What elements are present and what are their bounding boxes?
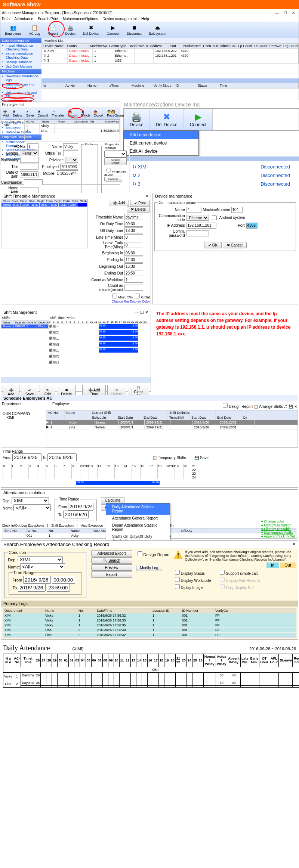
- big-tools-panel: Maintenance/Options Device ma 🖨️Device✖D…: [123, 101, 299, 190]
- shift-mgmt-window: Shift Management — ☐ ✕ Shifts NameBeginn…: [1, 309, 151, 392]
- emp-tool[interactable]: 〰 Transfer: [51, 109, 65, 118]
- calculate-btn[interactable]: Calculate: [101, 497, 125, 503]
- window-title: Attendance Management Program - [Temp-Su…: [2, 11, 112, 15]
- Employees-button[interactable]: 👥Employees: [2, 23, 25, 36]
- panel-hdr-1: Data Maintenance: [0, 38, 41, 43]
- menu-Data[interactable]: Data: [2, 17, 10, 21]
- emp-list-window: EmployeeList ➕ Add✖ Delete✔ Save✖ Cancel…: [0, 102, 120, 185]
- device-grid: Device NameStatusMachineNo.Comm.typeBaud…: [41, 43, 299, 63]
- divider: [41, 78, 299, 83]
- tool-bar: 👥Employees📋AC Log📄Report🖨️Device✖Del Dev…: [0, 22, 299, 38]
- side-item[interactable]: Download attendance logs: [0, 74, 41, 82]
- lower-grid: IdAc-NoNamesTimeMachineVerify ModeIDStat…: [41, 83, 299, 89]
- side-item[interactable]: Import Attendance Checking Data: [0, 43, 41, 52]
- calc-window: Attendance calculation Dep.:XIMI Name:<A…: [1, 489, 298, 539]
- calc-sidelink[interactable]: ● Change color: [261, 520, 295, 523]
- menu-Help[interactable]: Help: [141, 17, 149, 21]
- report-menu-item[interactable]: Daily Attendance Statistic Report: [106, 503, 170, 515]
- search-btn[interactable]: 🔍 Search: [91, 557, 132, 564]
- Del Device-big-button[interactable]: ✖Del Device: [150, 109, 184, 130]
- calc-sidelink[interactable]: ● Maintenance AL/BL: [261, 531, 295, 534]
- delete-btn[interactable]: ✖ Delete: [127, 206, 150, 213]
- post-btn[interactable]: ✔ Post: [130, 200, 150, 206]
- calc-sidelink[interactable]: ● Append Clock In/Out: [261, 534, 295, 538]
- max-icon[interactable]: ☐: [281, 11, 289, 15]
- name-input[interactable]: [63, 143, 78, 149]
- add-btn[interactable]: ➕ Add: [109, 200, 129, 206]
- highlight-import: [68, 108, 84, 118]
- calc-tab[interactable]: Shift Exception: [51, 524, 74, 527]
- menu-Attendance[interactable]: Attendance: [14, 17, 33, 21]
- side-item[interactable]: Usb Disk Manage: [0, 64, 41, 69]
- min-icon[interactable]: —: [135, 310, 139, 314]
- highlight-device: [48, 21, 65, 37]
- schedule-window: Schedule Employee's AC Department: Emplo…: [1, 395, 298, 488]
- emp-title: EmployeeList: [2, 103, 24, 107]
- edit-all-menu[interactable]: Edit All device: [124, 147, 198, 155]
- emp-tool[interactable]: 👨‍👩 FaceGroup: [106, 109, 125, 118]
- cancel-button[interactable]: ✖ Cancel: [223, 242, 247, 248]
- ok-button[interactable]: ✔ OK: [204, 242, 222, 248]
- report-menu-item[interactable]: Depart Attendance Statistic Report: [106, 522, 170, 533]
- side-item[interactable]: Export Attendance Checking Data: [0, 52, 41, 60]
- acno-input[interactable]: [27, 143, 38, 149]
- calc-tab[interactable]: Misc Exception: [80, 524, 103, 527]
- main-window: Attendance Management Program - [Temp-Su…: [0, 10, 299, 100]
- calc-sidelink[interactable]: ● Filter by exception: [261, 523, 295, 527]
- dept-tree[interactable]: OUR COMPANYXIMI: [1, 410, 46, 447]
- gender-select[interactable]: Female: [20, 150, 38, 156]
- Exit system-button[interactable]: ⏏Exit system: [146, 23, 169, 36]
- dev-maint-window: Device maintenance Communication param N…: [152, 193, 298, 304]
- Device-big-button[interactable]: 🖨️Device: [124, 109, 150, 130]
- banner: Software Show: [0, 0, 299, 9]
- panel-hdr-2: Machine: [0, 69, 41, 74]
- ip-note: The IP address must the same as your dev…: [152, 307, 299, 393]
- highlight-employee: [2, 83, 24, 89]
- Del Device-button[interactable]: ✖Del Device: [80, 23, 102, 36]
- title-bar: Attendance Management Program - [Temp-Su…: [0, 10, 299, 16]
- max-icon[interactable]: ☐: [140, 310, 144, 314]
- Device-button[interactable]: 🖨️Device: [62, 23, 79, 36]
- menu-bar[interactable]: DataAttendanceSearch/PrintMaintenance/Op…: [0, 16, 299, 22]
- menu-Search/Print[interactable]: Search/Print: [38, 17, 58, 21]
- report-section: Daily Attendance (XIMI) 2016-09-26 ~ 201…: [0, 641, 299, 692]
- close-icon[interactable]: ✕: [290, 11, 297, 15]
- edit-device-menu[interactable]: Edit current device: [124, 139, 198, 147]
- adv-export-btn[interactable]: Advanced Export: [91, 550, 132, 557]
- Connect-button[interactable]: ▶Connect: [104, 23, 123, 36]
- connect-btn[interactable]: Connect: [104, 177, 122, 182]
- emp-tool[interactable]: ✖ Delete: [12, 109, 24, 118]
- emp-tool[interactable]: ➕ Add: [2, 109, 10, 118]
- emp-tool[interactable]: ✖ Cancel: [37, 109, 49, 118]
- emp-tool[interactable]: ✔ Save: [25, 109, 35, 118]
- menu-Maintenance/Options[interactable]: Maintenance/Options: [63, 17, 98, 21]
- emp-tool[interactable]: 📤 Export: [92, 109, 104, 118]
- calc-tab[interactable]: Clock In/Out Log Exceptions: [2, 524, 44, 527]
- AC Log-button[interactable]: 📋AC Log: [26, 23, 43, 36]
- search-window: Search Employee's Attendance Checking Re…: [1, 540, 298, 640]
- connect-device-btn[interactable]: Connect Device: [104, 158, 127, 165]
- calc-sidelink[interactable]: ● Filter by timetable: [261, 527, 295, 531]
- menu-Device management[interactable]: Device management: [102, 17, 137, 21]
- shift-tt-window: Shift Timetable Maintenance✕ Timetable N…: [1, 193, 151, 304]
- close-icon[interactable]: ✕: [145, 194, 148, 199]
- tab-machine-list[interactable]: Machine List: [41, 38, 299, 43]
- Connect-big-button[interactable]: ▶Connect: [184, 109, 213, 130]
- export-btn[interactable]: Export: [91, 571, 132, 578]
- close-icon[interactable]: ✕: [292, 542, 296, 546]
- modify-log-btn[interactable]: Modify Log: [136, 565, 163, 571]
- report-table: N a m eAC-NoTimet able262728293001020304…: [3, 654, 299, 688]
- min-icon[interactable]: —: [273, 11, 281, 15]
- device-menu: Add new device Edit current device Edit …: [123, 130, 199, 156]
- company-tree[interactable]: OUR COMPANY XIMI: [0, 120, 24, 142]
- side-item[interactable]: Backup Database: [0, 60, 41, 64]
- change-color-link[interactable]: Change the Display Color: [89, 300, 150, 303]
- report-menu-item[interactable]: Attendance General Report: [106, 515, 170, 522]
- Disconect-button[interactable]: ⏹Disconect: [124, 23, 145, 36]
- add-device-menu[interactable]: Add new device: [124, 131, 198, 139]
- close-icon[interactable]: ✕: [145, 310, 148, 314]
- preview-btn[interactable]: Preview: [91, 564, 132, 571]
